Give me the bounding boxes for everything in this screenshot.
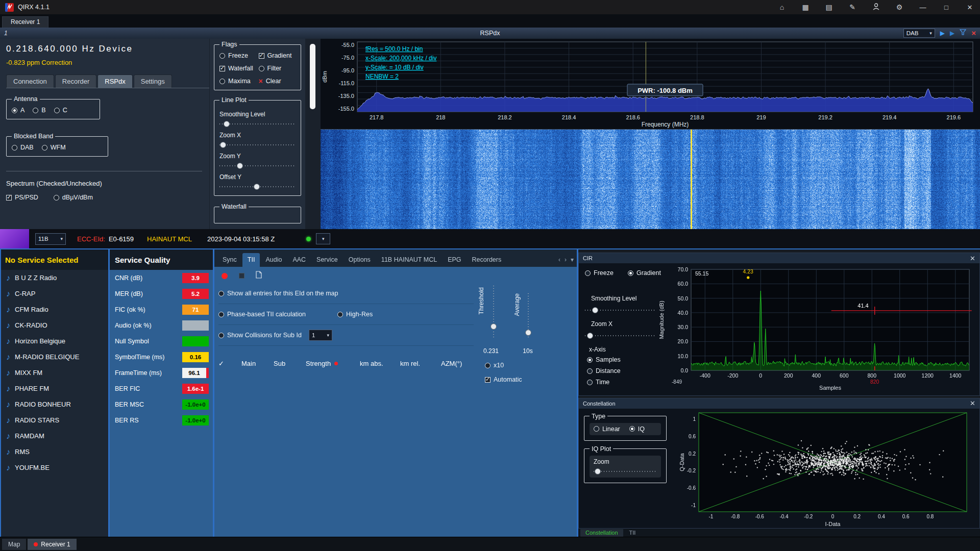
flag-clear[interactable]: ×Clear xyxy=(259,78,296,85)
flag-filter[interactable]: Filter xyxy=(259,65,296,72)
cir-plot[interactable]: 0.010.020.030.040.050.060.070.0-400-2000… xyxy=(655,263,977,396)
column-header[interactable]: Strength xyxy=(306,360,360,367)
column-header[interactable]: km rel. xyxy=(400,360,441,367)
service-item[interactable]: ♪C-RAP xyxy=(1,286,108,302)
antenna-option-a[interactable]: A xyxy=(12,107,24,114)
flag-maxima[interactable]: Maxima xyxy=(219,78,257,85)
file-icon[interactable] xyxy=(256,271,262,281)
phase-based-option[interactable]: Phase-based TII calculation xyxy=(218,311,306,318)
automatic-option[interactable]: Automatic xyxy=(485,376,522,383)
slider-thumb[interactable] xyxy=(254,184,260,190)
cir-smoothing-slider[interactable] xyxy=(585,307,656,314)
service-item[interactable]: ♪YOUFM.BE xyxy=(1,460,108,475)
axis-option-distance[interactable]: Distance xyxy=(587,367,621,374)
tab-recorders[interactable]: Recorders xyxy=(467,253,507,267)
apps-grid-icon[interactable]: ▦ xyxy=(800,3,811,11)
tab-epg[interactable]: EPG xyxy=(443,253,466,267)
tab-service[interactable]: Service xyxy=(311,253,343,267)
slider-thumb[interactable] xyxy=(491,323,497,330)
tab-settings[interactable]: Settings xyxy=(134,74,172,88)
scroll-left-icon[interactable]: ‹ xyxy=(558,256,560,263)
filter-icon[interactable] xyxy=(960,29,966,38)
pen-icon[interactable]: ✎ xyxy=(847,3,857,11)
service-item[interactable]: ♪RAMDAM xyxy=(1,428,108,444)
service-item[interactable]: ♪Horizon Belgique xyxy=(1,333,108,349)
axis-option-time[interactable]: Time xyxy=(587,379,621,386)
linear-option[interactable]: Linear xyxy=(594,425,620,433)
constellation-close-icon[interactable]: ✕ xyxy=(970,399,975,407)
channel-select[interactable]: 11B ▾ xyxy=(35,233,66,245)
show-all-entries-option[interactable]: Show all entries for this EId on the map xyxy=(218,290,338,297)
spectrum-plot[interactable]: 217.8218218.2218.4218.6218.8219219.2219.… xyxy=(321,39,980,129)
spectrum-scrollbar[interactable] xyxy=(310,44,315,109)
slider-thumb[interactable] xyxy=(525,330,531,336)
column-header[interactable]: km abs. xyxy=(360,360,400,367)
mode-select[interactable]: DAB ▾ xyxy=(903,29,935,38)
sub-id-select[interactable]: 1 ▾ xyxy=(309,330,332,341)
settings-gear-icon[interactable]: ⚙ xyxy=(894,3,904,11)
column-header[interactable]: Sub xyxy=(274,360,306,367)
tab-recorder[interactable]: Recorder xyxy=(55,74,96,88)
receiver-close-icon[interactable]: × xyxy=(971,30,976,37)
slider-thumb[interactable] xyxy=(587,333,593,339)
blocked-band-option-dab[interactable]: DAB xyxy=(12,144,34,151)
service-item[interactable]: ♪CK-RADIO xyxy=(1,317,108,333)
flag-waterfall[interactable]: Waterfall xyxy=(219,65,257,72)
slider-thumb[interactable] xyxy=(237,163,243,169)
tab-audio[interactable]: Audio xyxy=(260,253,287,267)
tab-11b-hainaut-mcl[interactable]: 11B HAINAUT MCL xyxy=(376,253,442,267)
ensemble-dropdown[interactable]: ▾ xyxy=(316,233,330,244)
zoom-y-slider[interactable] xyxy=(219,162,296,169)
antenna-option-b[interactable]: B xyxy=(33,107,45,114)
minimize-icon[interactable]: — xyxy=(918,4,928,11)
spectrum-option-db-v-dbm[interactable]: dBµV/dBm xyxy=(54,194,93,201)
slider-thumb[interactable] xyxy=(224,121,230,127)
cir-close-icon[interactable]: ✕ xyxy=(970,255,975,262)
tab-connection[interactable]: Connection xyxy=(6,74,54,88)
service-item[interactable]: ♪B U Z Z Radio xyxy=(1,270,108,286)
antenna-option-c[interactable]: C xyxy=(54,107,67,114)
spectrum-option-ps-psd[interactable]: PS/PSD xyxy=(6,194,38,201)
tab-rspdx[interactable]: RSPdx xyxy=(97,74,132,88)
tab-map[interactable]: Map xyxy=(2,539,26,550)
user-icon[interactable] xyxy=(871,3,881,12)
tab-menu-icon[interactable]: ▾ xyxy=(571,256,574,263)
slider-thumb[interactable] xyxy=(220,142,226,148)
play-icon[interactable]: ▶ xyxy=(940,30,945,37)
show-collisions-option[interactable]: Show Collisions for Sub Id xyxy=(218,332,302,339)
maximize-icon[interactable]: □ xyxy=(941,4,951,11)
service-item[interactable]: ♪RADIO BONHEUR xyxy=(1,396,108,412)
scroll-right-icon[interactable]: › xyxy=(565,256,567,263)
tab-options[interactable]: Options xyxy=(344,253,376,267)
close-icon[interactable]: ✕ xyxy=(965,4,975,11)
service-item[interactable]: ♪CFM Radio xyxy=(1,302,108,317)
home-icon[interactable]: ⌂ xyxy=(777,3,787,11)
service-item[interactable]: ♪MIXX FM xyxy=(1,365,108,381)
offset-y-slider[interactable] xyxy=(219,183,296,190)
tab-tii-bottom[interactable]: TII xyxy=(624,529,641,537)
threshold-slider[interactable] xyxy=(490,284,497,337)
iq-option[interactable]: IQ xyxy=(629,425,645,433)
iq-zoom-slider[interactable] xyxy=(594,468,657,475)
tab-receiver-1[interactable]: Receiver 1 xyxy=(2,16,48,28)
slider-thumb[interactable] xyxy=(592,307,598,313)
record-icon[interactable] xyxy=(222,273,228,279)
blocked-band-option-wfm[interactable]: WFM xyxy=(42,144,66,151)
axis-option-samples[interactable]: Samples xyxy=(587,356,621,363)
service-item[interactable]: ♪M-RADIO BELGIQUE xyxy=(1,349,108,365)
x10-option[interactable]: x10 xyxy=(485,362,504,369)
stop-icon[interactable] xyxy=(239,273,244,279)
guide-icon[interactable]: ▤ xyxy=(824,3,834,11)
cir-freeze-option[interactable]: Freeze xyxy=(585,269,614,277)
flag-gradient[interactable]: Gradient xyxy=(259,52,296,59)
average-slider[interactable] xyxy=(525,293,532,337)
constellation-plot[interactable]: 10.60.2-0.2-0.6-1-1-0.8-0.6-0.4-0.200.20… xyxy=(650,410,979,531)
ensemble-color-swatch[interactable] xyxy=(0,229,29,248)
service-item[interactable]: ♪PHARE FM xyxy=(1,381,108,396)
smoothing-level-slider[interactable] xyxy=(219,120,296,128)
service-item[interactable]: ♪RADIO STARS xyxy=(1,412,108,428)
cir-zoom-x-slider[interactable] xyxy=(585,332,656,339)
column-header[interactable]: Main xyxy=(241,360,274,367)
high-res-option[interactable]: High-Res xyxy=(337,311,373,318)
tab-aac[interactable]: AAC xyxy=(287,253,311,267)
